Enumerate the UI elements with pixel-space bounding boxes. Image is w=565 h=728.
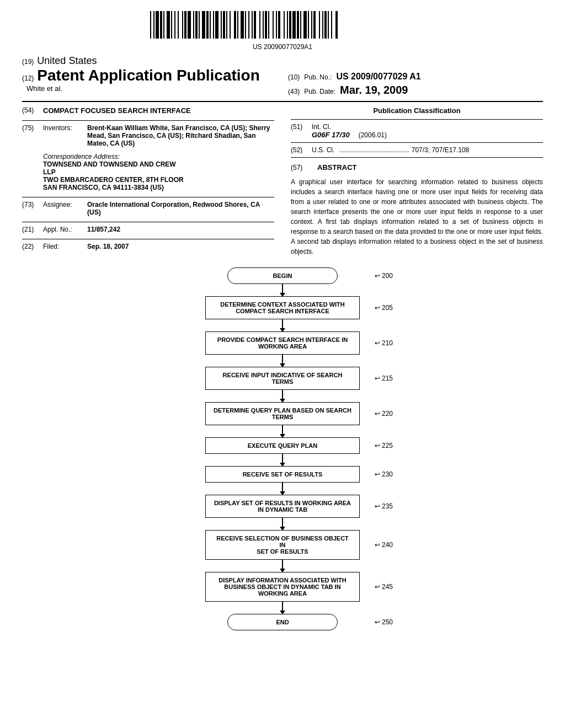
appl-num: (21) bbox=[22, 226, 43, 233]
patent-title: COMPACT FOCUSED SEARCH INTERFACE bbox=[43, 106, 191, 115]
svg-rect-27 bbox=[245, 11, 246, 39]
right-divider-3 bbox=[291, 157, 543, 158]
corr-line2: LLP bbox=[43, 168, 274, 176]
flow-node-step220: DETERMINE QUERY PLAN BASED ON SEARCH TER… bbox=[22, 402, 543, 425]
flow-node-step240: RECEIVE SELECTION OF BUSINESS OBJECT IN … bbox=[22, 530, 543, 560]
svg-rect-42 bbox=[297, 11, 299, 39]
svg-rect-0 bbox=[150, 11, 151, 39]
title-num: (54) bbox=[22, 106, 43, 114]
us-cl-label: U.S. Cl. bbox=[312, 146, 339, 154]
flow-node-step225: EXECUTE QUERY PLAN↩ 225 bbox=[22, 437, 543, 454]
flow-label-step215: ↩ 215 bbox=[375, 374, 393, 382]
flow-box-step235: DISPLAY SET OF RESULTS IN WORKING AREA I… bbox=[205, 495, 360, 518]
appl-label: Appl. No.: bbox=[43, 226, 87, 233]
type-prefix: (12) bbox=[22, 74, 34, 82]
flow-label-step245: ↩ 245 bbox=[375, 583, 393, 591]
flow-label-step240: ↩ 240 bbox=[375, 541, 393, 549]
flow-box-step220: DETERMINE QUERY PLAN BASED ON SEARCH TER… bbox=[205, 402, 360, 425]
header-divider bbox=[22, 101, 543, 102]
flow-node-step230: RECEIVE SET OF RESULTS↩ 230 bbox=[22, 466, 543, 483]
svg-rect-19 bbox=[215, 11, 218, 39]
pub-no-value: US 2009/0077029 A1 bbox=[336, 72, 420, 82]
pub-number: US 20090077029A1 bbox=[22, 43, 543, 51]
flow-box-step210: PROVIDE COMPACT SEARCH INTERFACE IN WORK… bbox=[205, 331, 360, 355]
assignee-label: Assignee: bbox=[43, 201, 87, 208]
pub-date-label: Pub. Date: bbox=[304, 88, 335, 95]
flow-label-step225: ↩ 225 bbox=[375, 442, 393, 449]
svg-rect-40 bbox=[289, 11, 291, 39]
svg-rect-15 bbox=[202, 11, 205, 39]
svg-rect-34 bbox=[268, 11, 269, 39]
left-divider-4 bbox=[22, 239, 274, 239]
svg-rect-7 bbox=[174, 11, 175, 39]
flow-node-step215: RECEIVE INPUT INDICATIVE OF SEARCH TERMS… bbox=[22, 367, 543, 390]
flow-node-end: END↩ 250 bbox=[22, 614, 543, 630]
flow-label-step220: ↩ 220 bbox=[375, 410, 393, 417]
svg-rect-16 bbox=[206, 11, 209, 39]
pub-class-title: Publication Classification bbox=[291, 106, 543, 115]
svg-rect-26 bbox=[241, 11, 244, 39]
header-top: (19) United States (12) Patent Applicati… bbox=[22, 55, 543, 97]
flow-label-step230: ↩ 230 bbox=[375, 470, 393, 478]
int-cl-label: Int. Cl. bbox=[312, 123, 387, 131]
flow-label-step205: ↩ 205 bbox=[375, 304, 393, 312]
appl-value: 11/857,242 bbox=[87, 226, 120, 233]
svg-rect-2 bbox=[156, 11, 159, 39]
svg-rect-10 bbox=[184, 11, 186, 39]
flow-box-step205: DETERMINE CONTEXT ASSOCIATED WITH COMPAC… bbox=[205, 296, 360, 319]
svg-rect-29 bbox=[252, 11, 253, 39]
svg-rect-9 bbox=[182, 11, 183, 39]
svg-rect-11 bbox=[188, 11, 191, 39]
left-divider-3 bbox=[22, 222, 274, 222]
header-right: (10) Pub. No.: US 2009/0077029 A1 (43) P… bbox=[277, 55, 543, 97]
svg-rect-12 bbox=[193, 11, 194, 39]
svg-rect-31 bbox=[259, 11, 260, 39]
us-cl-value: 707/3; 707/E17.108 bbox=[412, 146, 470, 154]
svg-rect-28 bbox=[248, 11, 249, 39]
svg-rect-41 bbox=[292, 11, 296, 39]
svg-rect-18 bbox=[213, 11, 214, 39]
us-cl-row: (52) U.S. Cl. ..........................… bbox=[291, 146, 543, 154]
inventors-line: White et al. bbox=[26, 84, 277, 93]
svg-rect-30 bbox=[254, 11, 256, 39]
abstract-num: (57) bbox=[291, 164, 312, 172]
title-row: (54) COMPACT FOCUSED SEARCH INTERFACE bbox=[22, 106, 274, 115]
flow-node-step245: DISPLAY INFORMATION ASSOCIATED WITH BUSI… bbox=[22, 572, 543, 602]
svg-rect-49 bbox=[322, 11, 323, 39]
flow-box-step240: RECEIVE SELECTION OF BUSINESS OBJECT IN … bbox=[205, 530, 360, 560]
header-left: (19) United States (12) Patent Applicati… bbox=[22, 55, 277, 93]
pub-date-value: Mar. 19, 2009 bbox=[340, 84, 408, 97]
country-prefix: (19) bbox=[22, 58, 34, 66]
int-cl-year: (2006.01) bbox=[359, 131, 387, 139]
flow-label-begin: ↩ 200 bbox=[375, 272, 393, 280]
flow-box-step215: RECEIVE INPUT INDICATIVE OF SEARCH TERMS bbox=[205, 367, 360, 390]
svg-rect-46 bbox=[311, 11, 312, 39]
abstract-text: A graphical user interface for searching… bbox=[291, 177, 543, 256]
svg-rect-39 bbox=[287, 11, 288, 39]
svg-rect-48 bbox=[319, 11, 320, 39]
corr-label: Correspondence Address: bbox=[43, 153, 274, 160]
filed-value: Sep. 18, 2007 bbox=[87, 243, 129, 250]
svg-rect-24 bbox=[234, 11, 236, 39]
int-cl-row: (51) Int. Cl. G06F 17/30 (2006.01) bbox=[291, 123, 543, 139]
svg-rect-4 bbox=[163, 11, 164, 39]
corr-line3: TWO EMBARCADERO CENTER, 8TH FLOOR bbox=[43, 176, 274, 184]
flow-box-step225: EXECUTE QUERY PLAN bbox=[205, 437, 360, 454]
svg-rect-25 bbox=[237, 11, 238, 39]
svg-rect-50 bbox=[324, 11, 327, 39]
int-cl-num: (51) bbox=[291, 123, 312, 131]
flow-label-end: ↩ 250 bbox=[375, 618, 393, 626]
flow-node-begin: BEGIN↩ 200 bbox=[22, 267, 543, 284]
pub-no-prefix: (10) bbox=[288, 73, 300, 81]
appl-row: (21) Appl. No.: 11/857,242 bbox=[22, 226, 274, 233]
assignee-num: (73) bbox=[22, 201, 43, 208]
barcode-area: // We'll generate barcode bars via inlin… bbox=[22, 11, 543, 41]
svg-rect-35 bbox=[273, 11, 274, 39]
flow-label-step235: ↩ 235 bbox=[375, 502, 393, 510]
right-divider-2 bbox=[291, 142, 543, 143]
pub-date-prefix: (43) bbox=[288, 88, 300, 95]
us-cl-dots: ...................................... bbox=[339, 146, 409, 154]
left-divider-2 bbox=[22, 197, 274, 197]
patent-type: Patent Application Publication bbox=[37, 67, 259, 84]
svg-rect-3 bbox=[160, 11, 162, 39]
